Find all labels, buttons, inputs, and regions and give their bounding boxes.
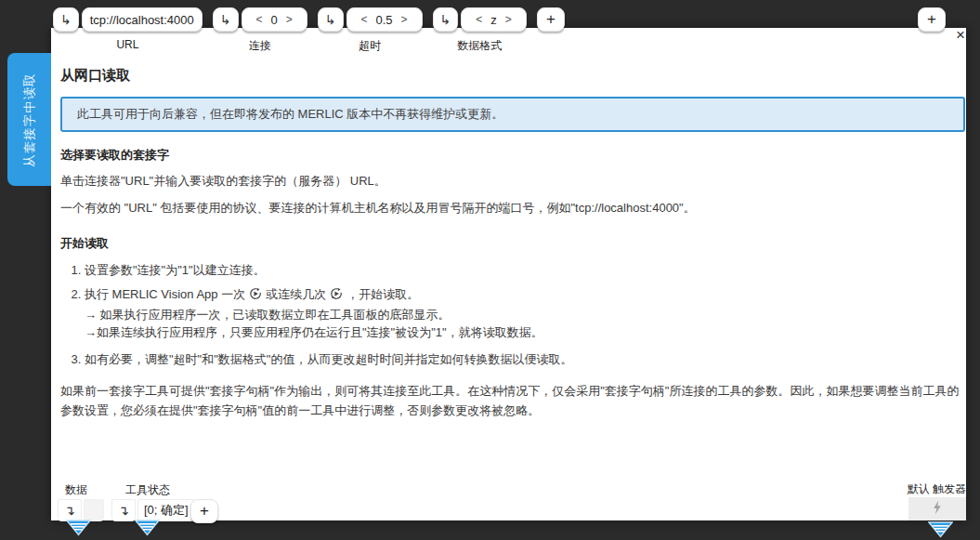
- param-url-chip[interactable]: ↳ tcp://localhost:4000: [53, 7, 203, 32]
- section-heading-start-reading: 开始读取: [60, 235, 965, 252]
- run-once-icon: [249, 287, 262, 306]
- close-icon[interactable]: ×: [951, 26, 970, 45]
- param-url-label: URL: [116, 38, 138, 51]
- plus-icon: +: [190, 499, 218, 523]
- plus-icon: +: [918, 7, 946, 32]
- add-output-button[interactable]: +: [190, 499, 218, 523]
- connection-value: 0: [269, 13, 280, 27]
- parameter-bar: ↳ tcp://localhost:4000 URL ↳ < 0 > 连接 ↳ …: [53, 7, 565, 54]
- output-toolstate-label: 工具状态: [125, 482, 170, 498]
- deprecation-notice-text: 此工具可用于向后兼容，但在即将发布的 MERLIC 版本中不再获得维护或更新。: [77, 107, 503, 121]
- connection-stepper[interactable]: < 0 >: [242, 7, 307, 32]
- toolstate-connection-arrow-icon[interactable]: [135, 519, 160, 540]
- section-heading-select-socket: 选择要读取的套接字: [60, 147, 965, 164]
- deprecation-notice: 此工具可用于向后兼容，但在即将发布的 MERLIC 版本中不再获得维护或更新。: [60, 97, 965, 132]
- stepper-decrease-icon[interactable]: <: [469, 13, 489, 26]
- stepper-increase-icon[interactable]: >: [395, 13, 414, 26]
- param-dataformat: ↳ < z > 数据格式: [433, 7, 527, 54]
- step-2: 执行 MERLIC Vision App 一次或连续几次，开始读取。 → 如果执…: [85, 285, 965, 341]
- param-timeout-label: 超时: [359, 38, 381, 54]
- step-3: 如有必要，调整"超时"和"数据格式"的值，从而更改超时时间并指定如何转换数据以便…: [85, 350, 965, 369]
- add-parameter-right: +: [918, 7, 946, 32]
- stepper-increase-icon[interactable]: >: [499, 13, 518, 26]
- param-connection-chip[interactable]: ↳ < 0 >: [213, 7, 307, 32]
- plus-icon: +: [537, 7, 565, 32]
- data-connection-arrow-icon[interactable]: [66, 519, 91, 540]
- param-timeout-chip[interactable]: ↳ < 0.5 >: [318, 7, 423, 32]
- step-2-note-2: →如果连续执行应用程序，只要应用程序仍在运行且"连接"被设为"1"，就将读取数据…: [85, 323, 965, 341]
- add-parameter-right-button[interactable]: +: [918, 7, 946, 32]
- help-content: 从网口读取 此工具可用于向后兼容，但在即将发布的 MERLIC 版本中不再获得维…: [60, 67, 965, 420]
- url-value[interactable]: tcp://localhost:4000: [82, 7, 203, 32]
- add-parameter-button[interactable]: +: [537, 7, 565, 32]
- timeout-stepper[interactable]: < 0.5 >: [346, 7, 423, 32]
- content-layer: 从网口读取 此工具可用于向后兼容，但在即将发布的 MERLIC 版本中不再获得维…: [51, 28, 966, 520]
- connector-elbow-icon: ↳: [318, 7, 344, 32]
- run-continuously-icon: [330, 287, 343, 306]
- lightning-bolt-icon: [932, 500, 943, 519]
- tab-read-from-socket[interactable]: 从套接字中读取: [7, 53, 51, 186]
- timeout-value: 0.5: [374, 13, 395, 27]
- tab-read-from-socket-label: 从套接字中读取: [21, 72, 38, 167]
- stepper-decrease-icon[interactable]: <: [250, 13, 269, 26]
- paragraph: 一个有效的 "URL" 包括要使用的协议、要连接的计算机主机名称以及用冒号隔开的…: [60, 199, 965, 217]
- connector-elbow-icon: ↳: [433, 7, 459, 32]
- param-dataformat-label: 数据格式: [457, 38, 502, 54]
- instruction-steps: 设置参数"连接"为"1"以建立连接。 执行 MERLIC Vision App …: [69, 261, 965, 369]
- page-title: 从网口读取: [60, 67, 965, 85]
- param-dataformat-chip[interactable]: ↳ < z >: [433, 7, 527, 32]
- output-connector-icon: ↴: [111, 499, 136, 521]
- param-timeout: ↳ < 0.5 > 超时: [318, 7, 423, 54]
- dataformat-stepper[interactable]: < z >: [461, 7, 527, 32]
- param-connection-label: 连接: [249, 38, 271, 54]
- add-parameter: +: [537, 7, 565, 32]
- add-output: +: [190, 499, 218, 523]
- output-data-label: 数据: [65, 482, 87, 498]
- connector-elbow-icon: ↳: [213, 7, 239, 32]
- paragraph: 单击连接器"URL"并输入要读取的套接字的（服务器） URL。: [60, 172, 965, 191]
- param-connection: ↳ < 0 > 连接: [213, 7, 307, 54]
- dataformat-value: z: [489, 13, 499, 27]
- trigger-label: 默认 触发器: [892, 481, 966, 497]
- merlic-tool-panel: ↳ tcp://localhost:4000 URL ↳ < 0 > 连接 ↳ …: [0, 0, 980, 540]
- param-url: ↳ tcp://localhost:4000 URL: [53, 7, 203, 51]
- stepper-decrease-icon[interactable]: <: [355, 13, 374, 26]
- step-1: 设置参数"连接"为"1"以建立连接。: [85, 261, 965, 280]
- trigger-connection-arrow-icon[interactable]: [928, 520, 953, 540]
- trigger-button[interactable]: [908, 497, 966, 520]
- stepper-increase-icon[interactable]: >: [280, 13, 299, 26]
- socket-handle-paragraph: 如果前一套接字工具可提供"套接字句柄"作为输出，则可将其连接至此工具。在这种情况…: [60, 381, 965, 420]
- connector-elbow-icon: ↳: [53, 7, 79, 32]
- step-2-note-1: → 如果执行应用程序一次，已读取数据立即在工具面板的底部显示。: [85, 306, 965, 323]
